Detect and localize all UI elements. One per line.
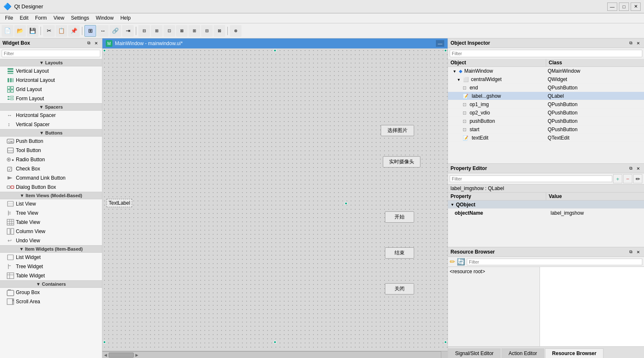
tree-row-textedit[interactable]: 📝 textEdit QTextEdit bbox=[448, 134, 644, 142]
tree-row-op1img[interactable]: ⊡ op1_img QPushButton bbox=[448, 100, 644, 109]
new-button[interactable]: 📄 bbox=[2, 25, 13, 37]
scroll-right-arrow[interactable]: ▶ bbox=[135, 353, 139, 357]
tab-signal-slot-editor[interactable]: Signal/Slot Editor bbox=[448, 348, 501, 358]
tree-row-op2vdio[interactable]: ⊡ op2_vdio QPushButton bbox=[448, 109, 644, 117]
property-editor-float-button[interactable]: ⧉ bbox=[627, 165, 634, 172]
widget-list-view[interactable]: List View bbox=[0, 199, 102, 208]
copy-button[interactable]: 📋 bbox=[56, 25, 67, 37]
canvas-close-button[interactable]: — bbox=[436, 40, 444, 47]
connect-mode-button[interactable]: ↔ bbox=[97, 25, 109, 37]
menu-help[interactable]: Help bbox=[117, 14, 134, 22]
category-item-views[interactable]: ▼ Item Views (Model-Based) bbox=[0, 192, 102, 199]
layout-form-button[interactable]: ⊟ bbox=[201, 25, 213, 37]
save-button[interactable]: 💾 bbox=[27, 25, 38, 37]
btn-close[interactable]: 关闭 bbox=[385, 283, 414, 295]
widget-list-widget[interactable]: List Widget bbox=[0, 253, 102, 262]
category-spacers[interactable]: ▼ Spacers bbox=[0, 103, 102, 111]
menu-edit[interactable]: Edit bbox=[16, 14, 32, 22]
prop-row-qobject-section[interactable]: ▼ QObject bbox=[448, 201, 644, 209]
resource-browser-float-button[interactable]: ⧉ bbox=[627, 249, 634, 255]
widget-tool-button[interactable]: Tool Button bbox=[0, 146, 102, 155]
prop-filter-input[interactable] bbox=[450, 175, 612, 182]
widget-vertical-spacer[interactable]: ↕ Vertical Spacer bbox=[0, 120, 102, 129]
close-button[interactable]: ✕ bbox=[631, 3, 641, 11]
btn-select-image[interactable]: 选择图片 bbox=[381, 125, 414, 136]
buddy-mode-button[interactable]: 🔗 bbox=[109, 25, 121, 37]
widget-table-widget[interactable]: Table Widget bbox=[0, 271, 102, 280]
widget-radio-button[interactable]: ● Radio Button bbox=[0, 155, 102, 164]
prop-add-button[interactable]: + bbox=[613, 174, 622, 183]
widget-command-link-button[interactable]: Command Link Button bbox=[0, 173, 102, 183]
btn-start[interactable]: 开始 bbox=[385, 211, 414, 223]
design-surface[interactable]: TextLabel 选择图片 实时摄像头 开始 结束 关闭 bbox=[102, 48, 448, 351]
tree-row-start[interactable]: ⊡ start QPushButton bbox=[448, 125, 644, 134]
menu-file[interactable]: File bbox=[2, 14, 16, 22]
widget-horizontal-spacer[interactable]: ↔ Horizontal Spacer bbox=[0, 111, 102, 120]
object-inspector-float-button[interactable]: ⧉ bbox=[627, 40, 634, 46]
btn-end[interactable]: 结束 bbox=[385, 247, 414, 259]
widget-push-button-label: Push Button bbox=[16, 138, 43, 144]
menu-settings[interactable]: Settings bbox=[68, 14, 92, 22]
resource-browser-close-button[interactable]: ✕ bbox=[635, 249, 641, 255]
prop-remove-button[interactable]: − bbox=[623, 174, 632, 183]
tab-action-editor[interactable]: Action Editor bbox=[501, 348, 544, 358]
widget-dialog-button-box[interactable]: Dialog Button Box bbox=[0, 183, 102, 192]
object-inspector-filter-input[interactable] bbox=[450, 50, 642, 57]
maximize-button[interactable]: □ bbox=[619, 3, 629, 11]
tree-row-pushbutton[interactable]: ⊡ pushButton QPushButton bbox=[448, 117, 644, 125]
prop-row-objectname[interactable]: objectName label_imgshow bbox=[448, 209, 644, 217]
break-layout-button[interactable]: ⊠ bbox=[214, 25, 225, 37]
category-buttons[interactable]: ▼ Buttons bbox=[0, 129, 102, 137]
widget-group-box[interactable]: ▬ Group Box bbox=[0, 288, 102, 297]
widget-grid-layout-label: Grid Layout bbox=[16, 86, 42, 92]
widget-form-layout[interactable]: Form Layout bbox=[0, 94, 102, 103]
widget-table-view[interactable]: Table View bbox=[0, 218, 102, 227]
category-layouts[interactable]: ▼ Layouts bbox=[0, 59, 102, 66]
widget-horizontal-layout[interactable]: Horizontal Layout bbox=[0, 76, 102, 85]
widget-tree-view[interactable]: Tree View bbox=[0, 208, 102, 218]
paste-button[interactable]: 📌 bbox=[68, 25, 80, 37]
scroll-thumb-h[interactable] bbox=[109, 353, 134, 358]
scroll-left-arrow[interactable]: ◀ bbox=[103, 353, 108, 357]
widget-tree-widget[interactable]: Tree Widget bbox=[0, 262, 102, 271]
widget-box-float-button[interactable]: ⧉ bbox=[85, 40, 92, 46]
widget-mode-button[interactable]: ⊞ bbox=[84, 25, 96, 37]
widget-push-button[interactable]: OK Push Button bbox=[0, 137, 102, 146]
widget-check-box[interactable]: ✓ Check Box bbox=[0, 164, 102, 173]
tab-order-button[interactable]: ⇥ bbox=[122, 25, 134, 37]
resource-filter-input[interactable] bbox=[467, 259, 642, 265]
tree-row-mainwindow[interactable]: ▼ ◆ MainWindow QMainWindow bbox=[448, 67, 644, 75]
property-editor-close-button[interactable]: ✕ bbox=[635, 165, 641, 172]
no-preview-button[interactable]: ⊗ bbox=[230, 25, 242, 37]
canvas-hscroll[interactable]: ◀ ▶ bbox=[102, 351, 441, 358]
tree-row-end[interactable]: ⊡ end QPushButton bbox=[448, 84, 644, 92]
menu-form[interactable]: Form bbox=[32, 14, 50, 22]
category-item-widgets[interactable]: ▼ Item Widgets (Item-Based) bbox=[0, 245, 102, 253]
menu-window[interactable]: Window bbox=[92, 14, 117, 22]
object-inspector-close-button[interactable]: ✕ bbox=[635, 40, 641, 46]
tab-resource-browser[interactable]: Resource Browser bbox=[545, 348, 603, 358]
resource-edit-button[interactable]: ✏ bbox=[450, 258, 455, 266]
widget-box-close-button[interactable]: ✕ bbox=[93, 40, 99, 46]
tree-row-label-imgshow[interactable]: 📝 label...gshow QLabel bbox=[448, 92, 644, 100]
btn-realtime-camera[interactable]: 实时摄像头 bbox=[383, 156, 420, 168]
widget-grid-layout[interactable]: Grid Layout bbox=[0, 85, 102, 94]
widget-vertical-layout[interactable]: Vertical Layout bbox=[0, 66, 102, 76]
widget-column-view[interactable]: Column View bbox=[0, 227, 102, 236]
minimize-button[interactable]: — bbox=[607, 3, 617, 11]
widget-undo-view[interactable]: ↩ Undo View bbox=[0, 236, 102, 245]
layout-h-button[interactable]: ⊟ bbox=[138, 25, 150, 37]
widget-scroll-area[interactable]: Scroll Area bbox=[0, 297, 102, 306]
layout-grid-button[interactable]: ⊞ bbox=[188, 25, 200, 37]
tree-row-centralwidget[interactable]: ▼ ⬜ centralWidget QWidget bbox=[448, 75, 644, 84]
open-button[interactable]: 📂 bbox=[14, 25, 26, 37]
widget-box-filter-input[interactable] bbox=[2, 50, 100, 57]
cut-button[interactable]: ✂ bbox=[43, 25, 55, 37]
category-containers[interactable]: ▼ Containers bbox=[0, 280, 102, 288]
prop-edit-button[interactable]: ✏ bbox=[633, 174, 642, 183]
layout-v-button[interactable]: ⊞ bbox=[151, 25, 163, 37]
resource-reload-button[interactable]: 🔄 bbox=[457, 258, 465, 266]
layout-hsp-button[interactable]: ⊡ bbox=[163, 25, 175, 37]
menu-view[interactable]: View bbox=[50, 14, 68, 22]
layout-vsp-button[interactable]: ⊠ bbox=[176, 25, 188, 37]
